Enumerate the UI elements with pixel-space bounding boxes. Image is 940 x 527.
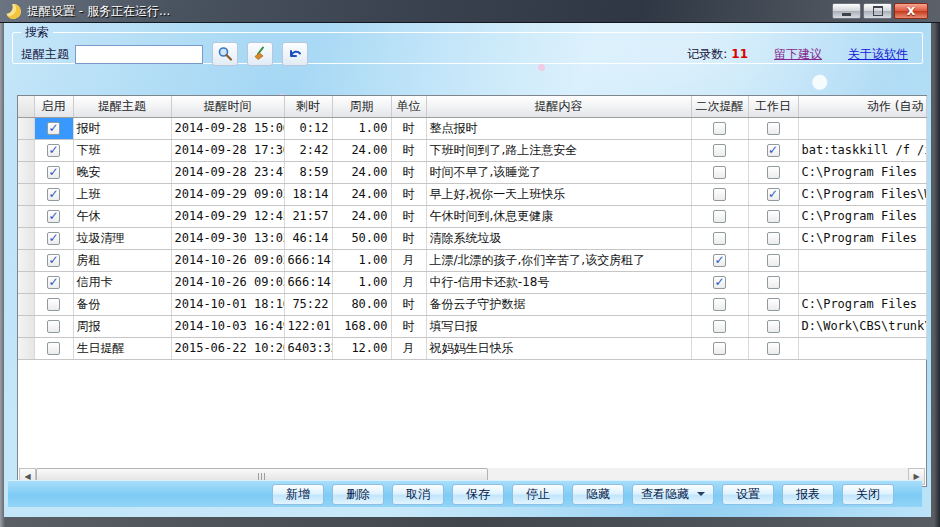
cell-second-reminder[interactable] [691,249,748,271]
search-button[interactable] [212,42,238,66]
cell-enabled[interactable] [34,139,73,161]
cell-cycle[interactable]: 24.00 [332,205,391,227]
second-reminder-checkbox[interactable] [713,232,726,245]
workday-checkbox[interactable] [767,298,780,311]
cell-content[interactable]: 整点报时 [426,117,691,139]
header-cycle[interactable]: 周期 [332,96,391,117]
workday-checkbox[interactable] [767,122,780,135]
workday-checkbox[interactable] [767,320,780,333]
cell-cycle[interactable]: 50.00 [332,227,391,249]
second-reminder-checkbox[interactable] [713,254,726,267]
cell-enabled[interactable] [34,117,73,139]
toolbar-button-report[interactable]: 报表 [782,484,834,505]
row-indicator[interactable] [18,249,34,271]
cell-enabled[interactable] [34,205,73,227]
cell-topic[interactable]: 晚安 [73,161,171,183]
leave-suggestion-link[interactable]: 留下建议 [774,46,822,63]
header-time[interactable]: 提醒时间 [171,96,284,117]
cell-unit[interactable]: 时 [391,227,426,249]
cell-topic[interactable]: 下班 [73,139,171,161]
cell-unit[interactable]: 时 [391,205,426,227]
enable-checkbox[interactable] [47,144,60,157]
chevron-down-icon[interactable] [697,492,705,496]
second-reminder-checkbox[interactable] [713,188,726,201]
workday-checkbox[interactable] [767,254,780,267]
enable-checkbox[interactable] [47,188,60,201]
cell-cycle[interactable]: 12.00 [332,337,391,359]
row-indicator[interactable] [18,227,34,249]
cell-topic[interactable]: 生日提醒 [73,337,171,359]
cell-second-reminder[interactable] [691,139,748,161]
header-workday[interactable]: 工作日 [748,96,798,117]
header-content[interactable]: 提醒内容 [426,96,691,117]
cell-time[interactable]: 2014-10-03 16:49 [171,315,284,337]
row-indicator[interactable] [18,315,34,337]
close-button[interactable]: X [894,3,928,19]
cell-second-reminder[interactable] [691,315,748,337]
cell-remaining[interactable]: 0:12 [284,117,332,139]
cell-workday[interactable] [748,161,798,183]
cell-workday[interactable] [748,139,798,161]
cell-time[interactable]: 2014-09-29 12:45 [171,205,284,227]
cell-enabled[interactable] [34,249,73,271]
row-indicator[interactable] [18,183,34,205]
cell-unit[interactable]: 时 [391,315,426,337]
cell-time[interactable]: 2014-09-28 23:47 [171,161,284,183]
search-input[interactable] [75,45,203,64]
cell-workday[interactable] [748,183,798,205]
cell-unit[interactable]: 时 [391,117,426,139]
cell-content[interactable]: 中行-信用卡还款-18号 [426,271,691,293]
cell-workday[interactable] [748,249,798,271]
cell-action[interactable] [798,249,926,271]
row-indicator[interactable] [18,161,34,183]
cell-time[interactable]: 2014-10-01 18:10 [171,293,284,315]
workday-checkbox[interactable] [767,166,780,179]
undo-button[interactable] [282,42,308,66]
cell-topic[interactable]: 房租 [73,249,171,271]
cell-time[interactable]: 2014-10-26 09:02 [171,249,284,271]
toolbar-button-view-hidden[interactable]: 查看隐藏 [632,484,714,505]
cell-topic[interactable]: 报时 [73,117,171,139]
second-reminder-checkbox[interactable] [713,166,726,179]
row-indicator[interactable] [18,205,34,227]
cell-action[interactable]: bat:taskkill /f /im c [798,139,926,161]
enable-checkbox[interactable] [47,320,60,333]
enable-checkbox[interactable] [47,166,60,179]
cell-time[interactable]: 2014-09-28 15:00 [171,117,284,139]
header-action[interactable]: 动作 (自动 [798,96,926,117]
cell-action[interactable]: C:\Program Files (x86 [798,293,926,315]
cell-enabled[interactable] [34,271,73,293]
cell-remaining[interactable]: 18:14 [284,183,332,205]
cell-time[interactable]: 2014-10-26 09:02 [171,271,284,293]
cell-remaining[interactable]: 21:57 [284,205,332,227]
cell-second-reminder[interactable] [691,293,748,315]
header-topic[interactable]: 提醒主题 [73,96,171,117]
cell-workday[interactable] [748,315,798,337]
second-reminder-checkbox[interactable] [713,276,726,289]
cell-cycle[interactable]: 1.00 [332,117,391,139]
cell-second-reminder[interactable] [691,183,748,205]
header-unit[interactable]: 单位 [391,96,426,117]
second-reminder-checkbox[interactable] [713,298,726,311]
cell-remaining[interactable]: 8:59 [284,161,332,183]
cell-unit[interactable]: 月 [391,337,426,359]
toolbar-button-delete[interactable]: 删除 [332,484,384,505]
cell-content[interactable]: 备份云子守护数据 [426,293,691,315]
cell-enabled[interactable] [34,337,73,359]
second-reminder-checkbox[interactable] [713,122,726,135]
header-remaining[interactable]: 剩时 [284,96,332,117]
second-reminder-checkbox[interactable] [713,320,726,333]
cell-content[interactable]: 时间不早了,该睡觉了 [426,161,691,183]
enable-checkbox[interactable] [47,210,60,223]
cell-action[interactable] [798,117,926,139]
cell-action[interactable]: C:\Program Files (x86 [798,161,926,183]
enable-checkbox[interactable] [47,254,60,267]
enable-checkbox[interactable] [47,298,60,311]
cell-action[interactable]: C:\Program Files (x86 [798,205,926,227]
cell-content[interactable]: 上漂/北漂的孩子,你们辛苦了,该交房租了 [426,249,691,271]
toolbar-button-save[interactable]: 保存 [452,484,504,505]
cell-unit[interactable]: 月 [391,249,426,271]
cell-content[interactable]: 清除系统垃圾 [426,227,691,249]
cell-workday[interactable] [748,271,798,293]
toolbar-button-hide[interactable]: 隐藏 [572,484,624,505]
